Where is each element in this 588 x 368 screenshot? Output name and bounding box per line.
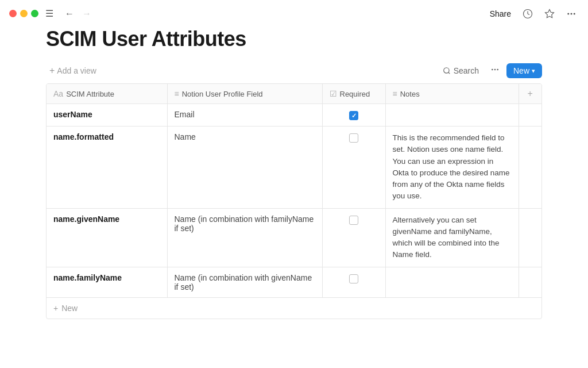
back-button[interactable]: ← [63,7,76,20]
svg-line-6 [448,72,450,74]
svg-point-9 [497,69,498,71]
share-button[interactable]: Share [488,8,513,20]
more-icon [490,65,500,74]
checkbox-wrapper [330,273,378,283]
add-row-label: New [61,304,78,313]
col-header-notion: ≡ Notion User Profile Field [167,84,322,104]
notes-value: Alternatively you can set givenName and … [393,216,500,259]
notion-field-value: Name [175,132,196,141]
col-header-notes: ≡ Notes [385,84,519,104]
notes-cell: This is the recommended field to set. No… [385,126,519,209]
svg-point-4 [574,13,575,14]
col-header-scim: Aa SCIM Attribute [47,84,167,104]
required-checkbox[interactable] [349,111,358,120]
fullscreen-button[interactable] [31,10,38,17]
checkbox-wrapper [330,214,378,225]
notion-field-cell: Name [167,126,322,209]
row-add-cell [519,104,541,126]
close-button[interactable] [9,10,17,17]
notion-field-value: Email [175,110,195,119]
table-header-row: Aa SCIM Attribute ≡ Notion User Profile … [47,84,541,104]
page-title: SCIM User Attributes [46,27,542,51]
col-header-required-label: Required [340,90,370,98]
table-row: userName Email [47,104,541,126]
list-icon: ≡ [175,89,179,98]
toolbar: + Add a view Search New ▾ [46,63,542,79]
notion-field-value: Name (in combination with familyName if … [175,214,314,233]
notes-cell [385,104,519,126]
svg-point-8 [494,69,496,71]
svg-point-2 [567,13,569,14]
required-checkbox[interactable] [349,216,358,225]
col-header-notes-label: Notes [400,90,420,98]
titlebar-actions: Share [488,7,579,20]
history-button[interactable] [520,7,535,20]
required-checkbox[interactable] [349,274,358,283]
toolbar-right: Search New ▾ [438,63,542,79]
new-label: New [513,66,529,75]
main-content: SCIM User Attributes + Add a view Search… [0,27,588,319]
notion-field-cell: Email [167,104,322,126]
scim-attr-value: userName [53,110,92,119]
required-checkbox[interactable] [349,133,358,143]
menu-button[interactable]: ☰ [43,7,56,20]
table-row: name.familyName Name (in combination wit… [47,267,541,297]
add-column-button[interactable]: + [519,84,541,104]
add-row-button[interactable]: + New [53,304,535,313]
add-view-button[interactable]: + Add a view [46,63,100,78]
add-view-label: Add a view [57,66,96,75]
data-table: Aa SCIM Attribute ≡ Notion User Profile … [46,83,542,319]
col-header-scim-label: SCIM Attribute [66,90,114,98]
col-header-notion-label: Notion User Profile Field [182,90,263,98]
svg-point-7 [492,69,493,71]
table-row: name.givenName Name (in combination with… [47,208,541,267]
svg-marker-1 [546,9,554,17]
notes-value: This is the recommended field to set. No… [393,133,510,200]
notes-icon: ≡ [393,89,397,98]
minimize-button[interactable] [20,10,28,17]
search-button[interactable]: Search [438,64,483,78]
row-add-cell [519,208,541,267]
scim-attr-cell: name.familyName [47,267,167,297]
checkbox-icon: ☑ [330,89,337,98]
row-add-cell [519,267,541,297]
scim-attr-cell: name.givenName [47,208,167,267]
traffic-lights [9,10,38,17]
add-row[interactable]: + New [47,297,541,319]
notion-field-value: Name (in combination with givenName if s… [175,273,312,292]
col-header-required: ☑ Required [322,84,385,104]
table-more-button[interactable] [487,63,503,79]
svg-point-3 [571,13,572,14]
more-options-button[interactable] [564,7,579,20]
required-cell [322,208,385,267]
add-row-cell[interactable]: + New [47,297,541,319]
chevron-down-icon: ▾ [532,67,535,75]
new-button[interactable]: New ▾ [506,63,542,78]
required-cell [322,104,385,126]
scim-attr-value: name.givenName [53,214,119,224]
text-icon: Aa [53,89,63,98]
checkbox-wrapper [330,110,378,120]
notes-cell: Alternatively you can set givenName and … [385,208,519,267]
forward-button[interactable]: → [80,7,94,20]
required-cell [322,126,385,209]
nav-buttons: ← → [63,7,94,20]
titlebar: ☰ ← → Share [0,0,588,27]
search-icon [443,67,451,75]
row-add-cell [519,126,541,209]
plus-icon: + [53,304,58,313]
notion-field-cell: Name (in combination with givenName if s… [167,267,322,297]
scim-attr-value: name.familyName [53,273,122,282]
plus-icon: + [49,66,55,76]
notes-cell [385,267,519,297]
checkbox-wrapper [330,132,378,143]
svg-point-5 [443,68,448,73]
star-button[interactable] [542,7,557,20]
required-cell [322,267,385,297]
search-label: Search [454,66,479,75]
table-row: name.formatted Name This is the recommen… [47,126,541,209]
scim-attr-cell: userName [47,104,167,126]
scim-attr-cell: name.formatted [47,126,167,209]
notion-field-cell: Name (in combination with familyName if … [167,208,322,267]
scim-attr-value: name.formatted [53,132,114,141]
